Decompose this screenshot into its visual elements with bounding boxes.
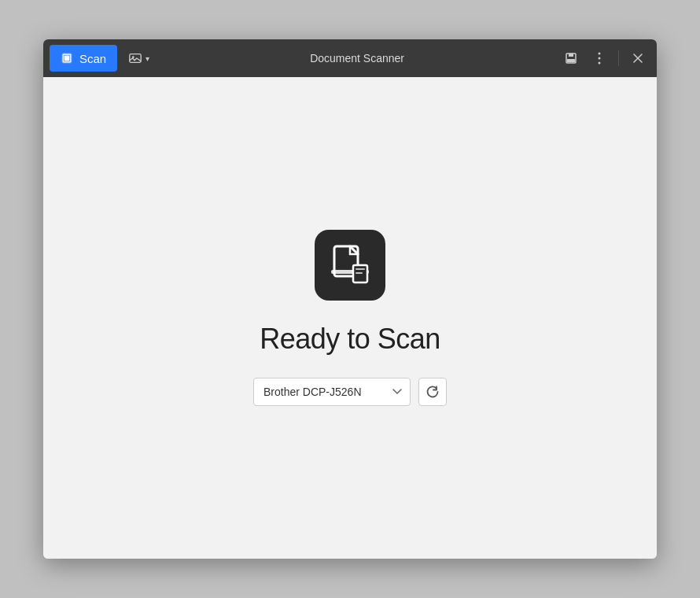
svg-rect-7	[567, 59, 575, 62]
refresh-icon	[426, 385, 440, 399]
svg-rect-6	[569, 54, 573, 57]
scan-icon	[61, 52, 73, 65]
window-controls	[558, 46, 650, 71]
gallery-icon	[128, 51, 142, 65]
svg-point-9	[599, 57, 601, 60]
scanner-svg-icon	[328, 243, 372, 287]
svg-point-10	[599, 62, 601, 65]
scan-button-label: Scan	[79, 52, 106, 65]
save-icon	[565, 52, 577, 65]
titlebar: Scan ▾ Document Scanner	[43, 39, 657, 77]
scanner-select[interactable]: Brother DCP-J526N	[253, 378, 411, 406]
ready-to-scan-title: Ready to Scan	[260, 323, 440, 356]
kebab-menu-icon	[598, 52, 601, 65]
svg-rect-15	[356, 272, 363, 274]
gallery-button[interactable]: ▾	[122, 45, 156, 72]
gallery-chevron-icon: ▾	[146, 54, 149, 63]
svg-rect-3	[130, 54, 141, 63]
titlebar-divider	[618, 50, 619, 66]
save-window-button[interactable]	[558, 46, 584, 71]
scan-button[interactable]: Scan	[50, 45, 117, 72]
scanner-icon-inner	[328, 243, 372, 287]
close-icon	[633, 54, 643, 63]
close-button[interactable]	[625, 46, 650, 71]
svg-rect-2	[64, 56, 69, 61]
menu-button[interactable]	[587, 46, 612, 71]
svg-point-8	[599, 53, 601, 55]
app-window: Scan ▾ Document Scanner	[43, 39, 657, 559]
scanner-app-icon	[315, 230, 385, 301]
scanner-selector-row: Brother DCP-J526N	[253, 378, 447, 406]
main-content: Ready to Scan Brother DCP-J526N	[43, 77, 657, 559]
window-title: Document Scanner	[160, 52, 554, 65]
svg-rect-14	[356, 268, 365, 270]
refresh-scanners-button[interactable]	[418, 378, 447, 406]
